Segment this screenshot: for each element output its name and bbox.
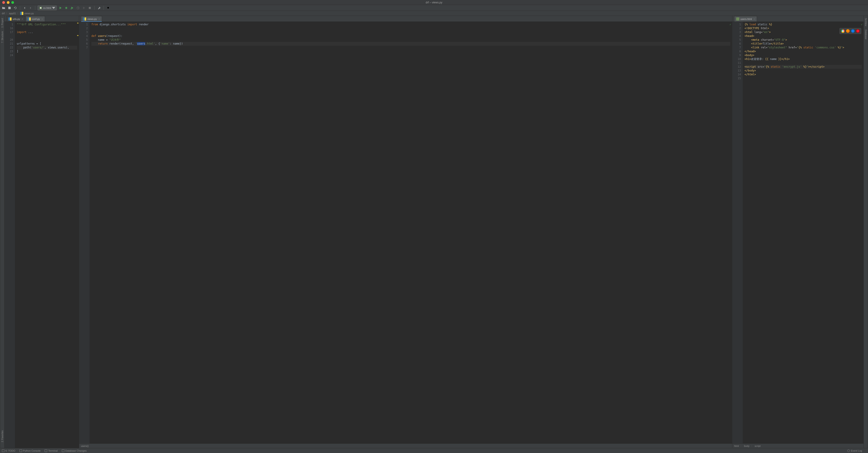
opera-icon[interactable]: [856, 29, 860, 33]
tool-window-button[interactable]: Database Changes: [62, 449, 87, 452]
breadcrumb-item[interactable]: drf: [2, 12, 5, 15]
tab-label: urls.py: [13, 18, 20, 20]
code-line[interactable]: [91, 27, 730, 30]
code-editor[interactable]: 123456789101112131415{% load static %}<!…: [732, 22, 864, 444]
editor-breadcrumb[interactable]: html〉body〉script: [732, 444, 864, 448]
search-icon[interactable]: [106, 6, 111, 10]
code-line[interactable]: def users(request):: [91, 34, 730, 38]
debug-icon[interactable]: [64, 6, 68, 10]
safari-icon[interactable]: [851, 29, 855, 33]
code-line[interactable]: [17, 27, 77, 30]
tool-window-button[interactable]: 2: Favorites: [1, 429, 4, 444]
code-line[interactable]: import ...: [17, 30, 77, 34]
tab-label: views.py: [87, 18, 97, 20]
close-window-button[interactable]: [2, 1, 5, 4]
code-line[interactable]: [17, 38, 77, 42]
code-line[interactable]: [17, 34, 77, 38]
tool-window-button[interactable]: Python Console: [20, 449, 41, 452]
code-area[interactable]: {% load static %}<!DOCTYPE html><html la…: [743, 22, 864, 444]
code-editor[interactable]: 116172021222324"""drf URL Configuration.…: [4, 22, 79, 448]
code-line[interactable]: </html>: [745, 72, 862, 77]
close-tab-icon[interactable]: ×: [41, 18, 43, 20]
close-tab-icon[interactable]: ×: [98, 18, 100, 20]
editor-tab[interactable]: views.py×: [81, 16, 102, 22]
code-line[interactable]: <head>: [745, 34, 862, 38]
editor-pane: urls.py×conf.py×116172021222324"""drf UR…: [4, 16, 79, 448]
code-line[interactable]: <title>Title</title>: [745, 42, 862, 46]
py-file-icon: [8, 18, 11, 21]
svg-point-5: [107, 7, 109, 8]
code-line[interactable]: return render(request, 'users.html', {'n…: [91, 42, 730, 46]
forward-icon[interactable]: [28, 6, 33, 10]
editor-breadcrumb[interactable]: users(): [79, 444, 732, 448]
close-tab-icon[interactable]: ×: [753, 18, 755, 20]
tool-window-button[interactable]: 7: Structure: [1, 30, 4, 44]
chrome-icon[interactable]: [841, 29, 845, 33]
build-icon[interactable]: [97, 6, 101, 10]
python-file-icon: [20, 12, 23, 15]
run-icon[interactable]: [58, 6, 63, 10]
open-icon[interactable]: [1, 6, 6, 10]
code-line[interactable]: [745, 77, 862, 80]
code-line[interactable]: <body>: [745, 53, 862, 57]
code-line[interactable]: path('users/', views.users),: [17, 46, 77, 50]
code-line[interactable]: from django.shortcuts import render: [91, 23, 730, 27]
editor-tabbar: urls.py×conf.py×: [4, 16, 79, 22]
close-tab-icon[interactable]: ×: [22, 18, 23, 20]
svg-rect-2: [71, 8, 72, 9]
code-line[interactable]: </body>: [745, 69, 862, 72]
code-editor[interactable]: 1234567from django.shortcuts import rend…: [79, 22, 732, 444]
svg-rect-4: [89, 7, 91, 9]
code-line[interactable]: <meta charset="UTF-8">: [745, 38, 862, 42]
profile-icon[interactable]: [76, 6, 80, 10]
editor-pane: users.html×123456789101112131415{% load …: [732, 16, 864, 448]
inspection-ok-icon: ✓: [730, 23, 731, 27]
refresh-icon[interactable]: [13, 6, 18, 10]
tool-window-button[interactable]: Terminal: [44, 449, 58, 452]
run-coverage-icon[interactable]: [70, 6, 74, 10]
code-area[interactable]: """drf URL Configuration...""" import ..…: [15, 22, 79, 448]
code-area[interactable]: from django.shortcuts import render def …: [90, 22, 732, 444]
code-line[interactable]: name = "武沛齐": [91, 38, 730, 42]
firefox-icon[interactable]: [846, 29, 850, 33]
code-line[interactable]: <link rel="stylesheet" href="{% static '…: [745, 46, 862, 50]
code-line[interactable]: [91, 30, 730, 34]
event-log-button[interactable]: Event Log: [847, 449, 862, 452]
line-gutter: 1234567: [79, 22, 90, 444]
code-line[interactable]: [17, 53, 77, 57]
tool-window-button[interactable]: SciView: [865, 17, 867, 27]
tab-label: users.html: [740, 18, 752, 20]
back-icon[interactable]: [22, 6, 27, 10]
tool-window-button[interactable]: Database: [865, 28, 867, 41]
status-bar: 6: TODOPython ConsoleTerminalDatabase Ch…: [0, 448, 868, 453]
code-line[interactable]: </head>: [745, 50, 862, 53]
code-line[interactable]: {% load static %}: [745, 23, 862, 27]
attach-icon[interactable]: [82, 6, 86, 10]
code-line[interactable]: """drf URL Configuration...""": [17, 23, 77, 27]
code-line[interactable]: [91, 46, 730, 50]
browser-preview-bar: [839, 28, 861, 34]
editor-tab[interactable]: users.html×: [734, 16, 757, 22]
code-line[interactable]: <h1>欢迎登录: {{ name }}</h1>: [745, 57, 862, 61]
svg-rect-17: [45, 450, 47, 452]
breadcrumb-item[interactable]: app01: [9, 12, 16, 15]
editor-tab[interactable]: urls.py×: [6, 16, 25, 22]
code-line[interactable]: [745, 61, 862, 65]
minimize-window-button[interactable]: [7, 1, 9, 4]
code-line[interactable]: ]: [17, 50, 77, 53]
save-icon[interactable]: [7, 6, 12, 10]
tool-window-button[interactable]: 1: Project: [1, 17, 4, 29]
stop-icon[interactable]: [88, 6, 92, 10]
nav-breadcrumbs: drf 〉 app01 〉 views.py: [0, 11, 868, 16]
code-line[interactable]: <script src="{% static 'encrypt.js' %}">…: [745, 65, 862, 69]
zoom-window-button[interactable]: [11, 1, 14, 4]
breadcrumb-item[interactable]: views.py: [20, 12, 34, 15]
editor-tab[interactable]: conf.py×: [26, 16, 45, 22]
line-gutter: 123456789101112131415: [732, 22, 743, 444]
code-line[interactable]: urlpatterns = [: [17, 42, 77, 46]
main-toolbar: xx.html: [0, 5, 868, 11]
py-file-icon: [28, 18, 31, 21]
tool-window-button[interactable]: 6: TODO: [2, 449, 16, 452]
editor-tabbar: users.html×: [732, 16, 864, 22]
run-config-selector[interactable]: xx.html: [37, 5, 57, 10]
